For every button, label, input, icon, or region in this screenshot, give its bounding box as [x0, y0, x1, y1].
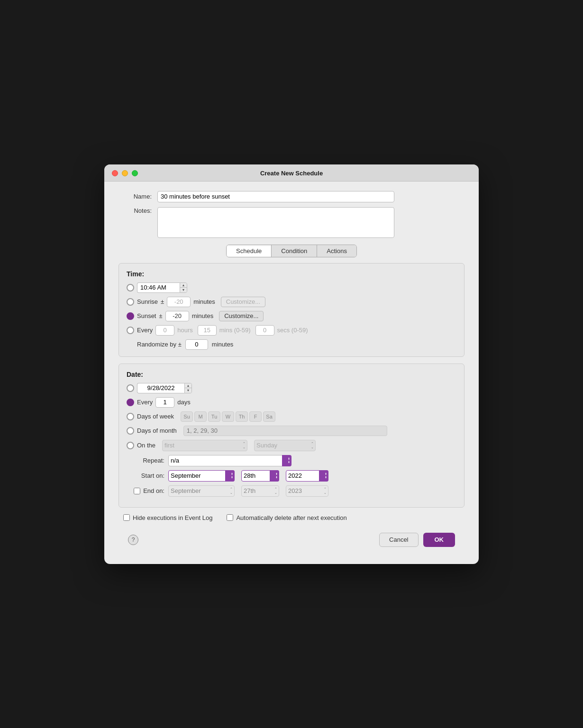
end-month-select[interactable]: September [168, 485, 235, 497]
sunset-minutes-label: minutes [192, 312, 214, 319]
repeat-select-wrapper: n/a weekly monthly yearly [168, 455, 292, 466]
randomize-row: Randomize by ± minutes [127, 339, 456, 350]
days-of-month-row: Days of month [127, 426, 456, 436]
time-section-title: Time: [127, 270, 456, 278]
date-down-arrow[interactable]: ▼ [185, 388, 191, 393]
dow-th[interactable]: Th [236, 411, 248, 422]
time-stepper-arrows: ▲ ▼ [180, 282, 187, 293]
randomize-input[interactable] [185, 339, 208, 350]
every-radio[interactable] [127, 327, 134, 334]
dow-sa[interactable]: Sa [263, 411, 275, 422]
dow-su[interactable]: Su [181, 411, 193, 422]
date-specific-radio[interactable] [127, 384, 134, 392]
repeat-select[interactable]: n/a weekly monthly yearly [168, 455, 292, 466]
sunset-customize-button[interactable]: Customize... [219, 311, 264, 321]
every-days-row: Every days [127, 397, 456, 408]
days-of-week-radio[interactable] [127, 413, 134, 420]
every-days-radio[interactable] [127, 399, 134, 406]
end-day-wrapper: 27th [241, 485, 279, 497]
name-label: Name: [118, 193, 152, 200]
end-on-checkbox[interactable] [134, 488, 140, 494]
days-of-month-radio[interactable] [127, 427, 134, 435]
notes-row: Notes: [118, 207, 465, 238]
start-year-select[interactable]: 2022 [286, 470, 328, 482]
sunrise-radio[interactable] [127, 298, 134, 306]
hide-executions-checkbox[interactable] [123, 514, 130, 521]
checkboxes-row: Hide executions in Event Log Automatical… [118, 514, 465, 521]
sunrise-minutes-label: minutes [193, 298, 215, 305]
titlebar: Create New Schedule [104, 164, 479, 182]
end-label: End on: [127, 487, 164, 494]
time-up-arrow[interactable]: ▲ [180, 283, 187, 288]
dialog-window: Create New Schedule Name: Notes: Schedul… [104, 164, 479, 564]
end-month-wrapper: September [168, 485, 235, 497]
time-down-arrow[interactable]: ▼ [180, 288, 187, 292]
sunset-row: Sunset ± minutes Customize... [127, 311, 456, 321]
days-of-week-row: Days of week Su M Tu W Th F Sa [127, 411, 456, 422]
dom-input[interactable] [183, 426, 387, 436]
dow-w[interactable]: W [222, 411, 234, 422]
secs-input[interactable] [255, 325, 274, 336]
on-the-radio[interactable] [127, 442, 134, 449]
repeat-label: Repeat: [127, 457, 164, 464]
end-year-select[interactable]: 2023 [286, 485, 328, 497]
notes-input[interactable] [157, 207, 394, 238]
auto-delete-checkbox[interactable] [227, 514, 233, 521]
time-specific-row: ▲ ▼ [127, 282, 456, 293]
hours-input[interactable] [155, 325, 174, 336]
sunrise-offset-input[interactable] [167, 297, 191, 307]
sunset-radio[interactable] [127, 312, 134, 320]
every-label: Every [137, 327, 153, 334]
date-section-title: Date: [127, 371, 456, 378]
name-input[interactable] [157, 191, 394, 202]
end-on-row: End on: September 27th 2023 [127, 485, 456, 497]
time-stepper: ▲ ▼ [137, 282, 187, 293]
mins-input[interactable] [198, 325, 217, 336]
sunset-label: Sunset [137, 312, 156, 319]
sunset-offset-input[interactable] [165, 311, 189, 321]
sunrise-plusminus: ± [161, 298, 164, 305]
sunrise-customize-button[interactable]: Customize... [221, 297, 265, 307]
on-the-row: On the first second third fourth last Su… [127, 440, 456, 451]
on-the-first-select[interactable]: first second third fourth last [162, 440, 247, 451]
date-value-input[interactable] [137, 383, 184, 393]
tab-group: Schedule Condition Actions [226, 245, 357, 257]
help-button[interactable]: ? [128, 535, 138, 545]
ok-button[interactable]: OK [423, 533, 455, 547]
on-the-day-select[interactable]: Sunday Monday Tuesday Wednesday Thursday… [254, 440, 316, 451]
hide-executions-item: Hide executions in Event Log [123, 514, 212, 521]
maximize-button[interactable] [132, 170, 138, 176]
cancel-button[interactable]: Cancel [379, 533, 418, 547]
tab-condition[interactable]: Condition [272, 245, 317, 257]
days-value-input[interactable] [155, 397, 174, 408]
name-row: Name: [118, 191, 465, 202]
date-stepper-arrows: ▲ ▼ [184, 383, 192, 393]
sunrise-label: Sunrise [137, 298, 158, 305]
time-specific-radio[interactable] [127, 284, 134, 291]
time-value-input[interactable] [137, 282, 180, 293]
end-on-label-text: End on: [143, 487, 164, 494]
dow-m[interactable]: M [194, 411, 207, 422]
sunset-plusminus: ± [159, 312, 162, 319]
end-year-wrapper: 2023 [286, 485, 328, 497]
end-day-select[interactable]: 27th [241, 485, 279, 497]
dow-tu[interactable]: Tu [208, 411, 220, 422]
start-on-row: Start on: September 28th 2022 [127, 470, 456, 482]
on-the-label: On the [137, 442, 155, 449]
dow-grid: Su M Tu W Th F Sa [181, 411, 275, 422]
on-the-day-wrapper: Sunday Monday Tuesday Wednesday Thursday… [254, 440, 316, 451]
window-title: Create New Schedule [260, 170, 323, 177]
start-month-select[interactable]: September [168, 470, 235, 482]
tab-schedule[interactable]: Schedule [227, 245, 272, 257]
date-up-arrow[interactable]: ▲ [185, 383, 191, 389]
minimize-button[interactable] [122, 170, 128, 176]
secs-label: secs (0-59) [277, 327, 308, 334]
dow-f[interactable]: F [249, 411, 262, 422]
close-button[interactable] [112, 170, 118, 176]
start-day-select[interactable]: 28th [241, 470, 279, 482]
auto-delete-item: Automatically delete after next executio… [227, 514, 346, 521]
auto-delete-label: Automatically delete after next executio… [236, 514, 346, 521]
tab-actions[interactable]: Actions [317, 245, 356, 257]
on-the-first-wrapper: first second third fourth last [162, 440, 247, 451]
days-of-week-label: Days of week [137, 413, 174, 420]
